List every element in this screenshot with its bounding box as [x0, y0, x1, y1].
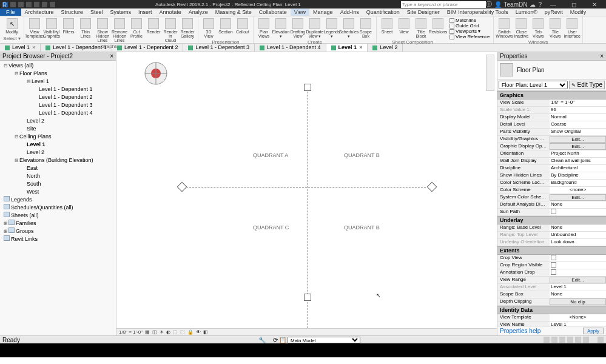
- property-row[interactable]: Display ModelNormal: [497, 114, 606, 121]
- crop-view-icon[interactable]: ⬚: [173, 329, 178, 335]
- save-icon[interactable]: [18, 2, 24, 7]
- tree-node[interactable]: East: [1, 164, 115, 172]
- property-row[interactable]: Crop View: [497, 255, 606, 262]
- tree-node[interactable]: Site: [1, 125, 115, 133]
- rendergallery-button[interactable]: RenderGallery: [180, 18, 195, 43]
- pg-section-header[interactable]: Underlay: [497, 216, 606, 224]
- temp-hide-icon[interactable]: 👁: [196, 329, 201, 335]
- doc-tab[interactable]: Level 2: [368, 44, 403, 52]
- property-row[interactable]: View RangeEdit...: [497, 277, 606, 284]
- duplicateview-button[interactable]: DuplicateView ▾: [307, 18, 323, 39]
- property-row[interactable]: Graphic Display OptionsEdit...: [497, 143, 606, 150]
- tree-node[interactable]: Level 1 - Dependent 2: [1, 93, 115, 101]
- expander-icon[interactable]: ⊞: [4, 228, 8, 235]
- removehiddenlines-button[interactable]: RemoveHidden Lines: [112, 18, 127, 43]
- project-browser-tree[interactable]: ⊟Views (all)⊟Floor Plans⊟Level 1Level 1 …: [0, 61, 116, 244]
- tree-node[interactable]: Level 1 - Dependent 3: [1, 101, 115, 109]
- property-row[interactable]: Underlay OrientationLook down: [497, 239, 606, 246]
- doc-tab[interactable]: Level 1×: [326, 44, 368, 52]
- doc-tab[interactable]: Level 1 - Dependent 2: [112, 44, 184, 52]
- tree-node[interactable]: ⊟Floor Plans: [1, 70, 115, 78]
- property-row[interactable]: DisciplineArchitectural: [497, 165, 606, 172]
- checkbox[interactable]: [551, 269, 556, 275]
- ref-head-left[interactable]: [177, 182, 187, 192]
- menu-analyze[interactable]: Analyze: [185, 8, 212, 16]
- expander-icon[interactable]: ⊟: [4, 62, 8, 70]
- print-icon[interactable]: [42, 2, 47, 7]
- tree-node[interactable]: Schedules/Quantities (all): [1, 204, 115, 212]
- menu-collaborate[interactable]: Collaborate: [255, 8, 291, 16]
- property-row[interactable]: View NameLevel 1: [497, 322, 606, 326]
- tree-node[interactable]: Level 1 - Dependent 1: [1, 86, 115, 93]
- help-icon[interactable]: ?: [538, 1, 542, 8]
- guidegrid-toggle[interactable]: Guide Grid: [448, 23, 491, 29]
- property-row[interactable]: Sun Path: [497, 209, 606, 216]
- properties-grid[interactable]: GraphicsView Scale1/8" = 1'-0"Scale Valu…: [497, 91, 606, 326]
- cloud-icon[interactable]: ☁: [530, 1, 536, 8]
- drag-icon[interactable]: [575, 337, 581, 343]
- tree-node[interactable]: South: [1, 180, 115, 188]
- title-button[interactable]: TitleBlock: [413, 18, 429, 39]
- menu-biminteroperabilitytools[interactable]: BIM Interoperability Tools: [443, 8, 512, 16]
- property-row[interactable]: System Color SchemesEdit...: [497, 194, 606, 201]
- workset-selector[interactable]: Main Model: [288, 337, 360, 343]
- menu-sitedesigner[interactable]: Site Designer: [403, 8, 443, 16]
- property-row[interactable]: Wall Join DisplayClean all wall joins: [497, 158, 606, 165]
- select-face-icon[interactable]: [567, 337, 573, 343]
- maximize-button[interactable]: ◻: [565, 1, 583, 8]
- menu-systems[interactable]: Systems: [107, 8, 135, 16]
- sheet-button[interactable]: Sheet: [379, 18, 395, 39]
- pg-section-header[interactable]: Identity Data: [497, 306, 606, 314]
- menu-manage[interactable]: Manage: [309, 8, 337, 16]
- property-row[interactable]: Range: Top LevelUnbounded: [497, 232, 606, 239]
- tree-node[interactable]: Legends: [1, 196, 115, 204]
- sync-icon[interactable]: ⟳: [273, 337, 278, 343]
- expander-icon[interactable]: ⊟: [15, 157, 19, 164]
- modify-button[interactable]: ↖ Modify: [2, 18, 21, 35]
- property-row[interactable]: Associated LevelLevel 1: [497, 284, 606, 291]
- property-row[interactable]: Visibility/Graphics OverridesEdit...: [497, 136, 606, 143]
- undo-icon[interactable]: [26, 2, 32, 7]
- showhiddenlines-button[interactable]: ShowHidden Lines: [95, 18, 110, 43]
- closeinactive-button[interactable]: CloseInactive: [513, 18, 529, 39]
- doc-tab[interactable]: Level 1 - Dependent 4: [255, 44, 326, 52]
- visual-style-icon[interactable]: ◫: [152, 329, 157, 335]
- menu-modify[interactable]: Modify: [567, 8, 590, 16]
- property-row[interactable]: Range: Base LevelNone: [497, 224, 606, 232]
- doc-tab[interactable]: Level 1×: [0, 44, 41, 52]
- reveal-icon[interactable]: ◧: [203, 329, 208, 335]
- signin-icon[interactable]: 👤: [494, 1, 502, 8]
- menu-annotate[interactable]: Annotate: [156, 8, 185, 16]
- scale-selector[interactable]: 1/8" = 1'-0": [119, 329, 143, 335]
- renderincloud-button[interactable]: Renderin Cloud: [163, 18, 178, 43]
- help-search-input[interactable]: Type a keyword or phrase: [401, 1, 486, 8]
- close-icon[interactable]: ×: [110, 53, 113, 59]
- view-button[interactable]: View: [396, 18, 412, 39]
- edit-type-button[interactable]: ✎ Edit Type: [569, 81, 605, 89]
- menu-steel[interactable]: Steel: [87, 8, 107, 16]
- callout-button[interactable]: Callout: [235, 18, 251, 39]
- history-icon[interactable]: 📋: [279, 337, 286, 343]
- doc-tab[interactable]: Level 1 - Dependent 3: [183, 44, 255, 52]
- scopebox-button[interactable]: ScopeBox: [358, 18, 374, 39]
- cutprofile-button[interactable]: CutProfile: [129, 18, 144, 43]
- lock-icon[interactable]: 🔒: [187, 329, 194, 335]
- thinlines-button[interactable]: ThinLines: [78, 18, 93, 43]
- menu-insert[interactable]: Insert: [135, 8, 156, 16]
- legends-button[interactable]: Legends▾: [324, 18, 340, 39]
- viewreference-toggle[interactable]: View Reference: [448, 34, 491, 39]
- workset-icon[interactable]: 🔧: [258, 337, 266, 343]
- tree-node[interactable]: Level 1 - Dependent 4: [1, 109, 115, 117]
- file-menu[interactable]: File: [0, 8, 21, 16]
- pg-section-header[interactable]: Extents: [497, 246, 606, 255]
- elevation-button[interactable]: Elevation▾: [273, 18, 289, 39]
- tree-node[interactable]: ⊟Views (all): [1, 62, 115, 70]
- property-row[interactable]: View Template<None>: [497, 314, 606, 322]
- menu-view[interactable]: View: [291, 8, 309, 16]
- planviews-button[interactable]: PlanViews: [256, 18, 272, 39]
- tree-node[interactable]: Sheets (all): [1, 212, 115, 220]
- switchwindows-button[interactable]: SwitchWindows: [496, 18, 512, 39]
- reference-plane-horizontal[interactable]: [183, 187, 426, 187]
- draftingview-button[interactable]: DraftingView: [290, 18, 306, 39]
- type-selector[interactable]: Floor Plan: [497, 61, 606, 79]
